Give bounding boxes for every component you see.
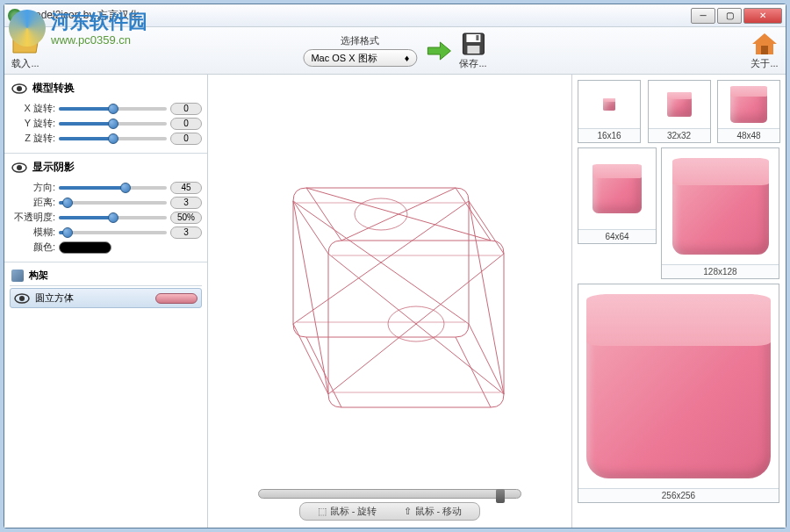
slider-row: 不透明度: 50% [10, 210, 202, 225]
eye-icon[interactable] [11, 162, 27, 174]
slider-row: 方向: 45 [10, 180, 202, 195]
preview-16[interactable]: 16x16 [578, 80, 641, 143]
slider-value: 3 [170, 197, 202, 209]
svg-line-25 [293, 201, 328, 394]
structure-panel: 构架 圆立方体 [4, 262, 207, 528]
slider-track[interactable] [59, 183, 167, 193]
svg-line-11 [293, 201, 328, 254]
slider-thumb[interactable] [62, 198, 73, 208]
slider-value: 3 [170, 226, 202, 239]
slider-track[interactable] [59, 198, 167, 208]
home-icon [750, 32, 779, 56]
titlebar[interactable]: model2icon by 忘言汉化 ─ ▢ ✕ [4, 4, 786, 27]
svg-line-13 [293, 324, 328, 394]
shift-icon: ⇧ [404, 506, 412, 517]
preview-128[interactable]: 128x128 [661, 147, 779, 279]
window-title: model2icon by 忘言汉化 [26, 8, 691, 23]
model-transform-panel: 模型转换 X 旋转: 0 Y 旋转: 0 Z 旋转: 0 [4, 75, 207, 154]
load-button[interactable]: 载入... [11, 32, 40, 70]
close-button[interactable]: ✕ [743, 8, 782, 24]
slider-thumb[interactable] [108, 104, 118, 114]
shadow-panel: 显示阴影 方向: 45 距离: 3 不透明度: 50% 模糊: [4, 154, 207, 262]
preview-pane: 16x16 32x32 48x48 64x64 128x12 [571, 75, 786, 528]
toolbar: 载入... 选择格式 Mac OS X 图标 ♦ 保存... 关于... [4, 27, 786, 75]
slider-value: 0 [170, 103, 202, 115]
wireframe-cube [241, 113, 539, 447]
hint-bar: ⬚鼠标 - 旋转 ⇧鼠标 - 移动 [299, 502, 481, 521]
app-icon [8, 9, 22, 23]
preview-48[interactable]: 48x48 [717, 80, 780, 143]
color-label: 颜色: [10, 241, 55, 254]
slider-label: 距离: [10, 196, 55, 209]
list-item[interactable]: 圆立方体 [10, 288, 202, 308]
svg-line-14 [469, 324, 504, 394]
slider-track[interactable] [59, 104, 167, 114]
slider-label: Y 旋转: [10, 117, 55, 130]
svg-line-12 [469, 201, 504, 254]
svg-line-24 [341, 188, 456, 241]
app-window: model2icon by 忘言汉化 ─ ▢ ✕ 载入... 选择格式 Mac … [4, 4, 786, 528]
slider-value: 0 [170, 133, 202, 145]
svg-rect-3 [476, 35, 478, 40]
format-select[interactable]: Mac OS X 图标 ♦ [303, 49, 417, 67]
structure-icon [11, 270, 24, 282]
mouse-icon: ⬚ [318, 506, 327, 517]
slider-thumb[interactable] [62, 227, 73, 238]
slider-row: X 旋转: 0 [10, 101, 202, 116]
floppy-disk-icon [461, 32, 485, 56]
svg-point-8 [17, 165, 22, 170]
slider-thumb[interactable] [496, 489, 505, 503]
item-name: 圆立方体 [35, 291, 74, 305]
preview-256[interactable]: 256x256 [578, 284, 779, 503]
zoom-slider[interactable] [258, 489, 521, 499]
slider-thumb[interactable] [108, 133, 118, 144]
slider-track[interactable] [59, 227, 167, 238]
slider-row: 模糊: 3 [10, 225, 202, 240]
slider-label: 方向: [10, 181, 55, 194]
viewport[interactable]: ⬚鼠标 - 旋转 ⇧鼠标 - 移动 [208, 75, 571, 528]
slider-thumb[interactable] [108, 212, 118, 223]
slider-value: 0 [170, 118, 202, 130]
slider-label: X 旋转: [10, 102, 55, 115]
slider-value: 45 [170, 182, 202, 194]
svg-line-16 [456, 188, 491, 241]
slider-track[interactable] [59, 133, 167, 144]
slider-label: 不透明度: [10, 211, 55, 224]
svg-line-26 [469, 201, 504, 394]
folder-open-icon [11, 32, 40, 56]
slider-track[interactable] [59, 212, 167, 223]
color-swatch[interactable] [59, 241, 111, 254]
format-label: 选择格式 [341, 34, 379, 47]
preview-32[interactable]: 32x32 [648, 80, 711, 143]
slider-row: 距离: 3 [10, 195, 202, 210]
save-button[interactable]: 保存... [459, 32, 486, 70]
arrow-right-icon [424, 39, 452, 63]
slider-track[interactable] [59, 119, 167, 129]
eye-icon[interactable] [11, 83, 27, 95]
eye-icon[interactable] [14, 292, 30, 305]
slider-label: Z 旋转: [10, 132, 55, 145]
svg-rect-2 [467, 46, 479, 54]
preview-64[interactable]: 64x64 [578, 147, 657, 244]
slider-label: 模糊: [10, 226, 55, 239]
about-button[interactable]: 关于... [750, 32, 779, 70]
svg-line-18 [456, 337, 491, 407]
svg-rect-4 [761, 46, 768, 54]
slider-thumb[interactable] [108, 119, 118, 129]
sidebar: 模型转换 X 旋转: 0 Y 旋转: 0 Z 旋转: 0 [4, 75, 208, 528]
slider-row: Z 旋转: 0 [10, 131, 202, 146]
slider-thumb[interactable] [120, 183, 131, 193]
maximize-button[interactable]: ▢ [717, 8, 742, 24]
minimize-button[interactable]: ─ [691, 8, 715, 24]
svg-point-10 [19, 296, 25, 301]
svg-point-6 [17, 86, 22, 91]
color-swatch[interactable] [155, 293, 198, 304]
slider-row: Y 旋转: 0 [10, 116, 202, 131]
slider-value: 50% [170, 212, 202, 224]
chevron-updown-icon: ♦ [405, 53, 410, 63]
